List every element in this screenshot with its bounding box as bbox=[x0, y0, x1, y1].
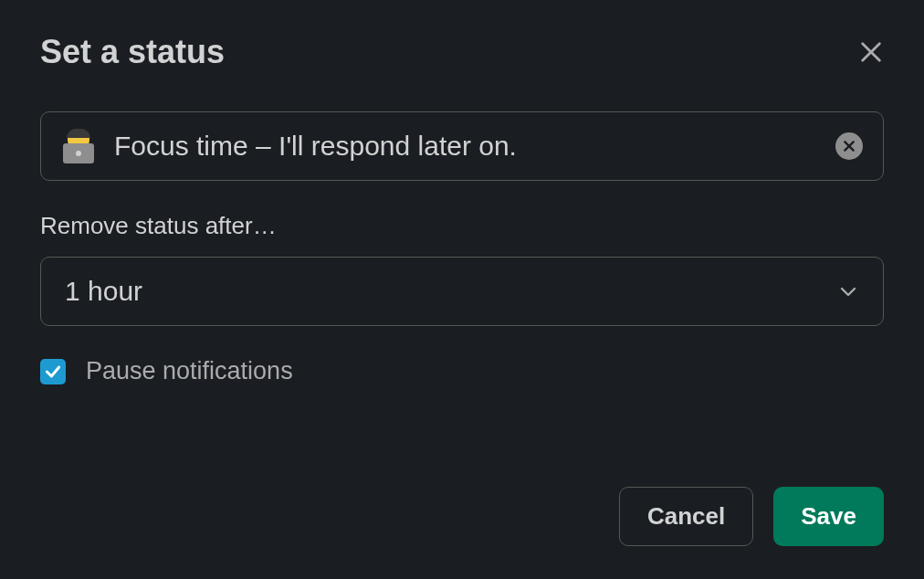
chevron-down-icon bbox=[837, 280, 859, 302]
cancel-button[interactable]: Cancel bbox=[619, 487, 753, 546]
remove-after-value: 1 hour bbox=[65, 276, 142, 307]
status-input[interactable]: Focus time – I'll respond later on. bbox=[40, 111, 884, 181]
remove-after-select[interactable]: 1 hour bbox=[40, 257, 884, 326]
clear-status-icon[interactable] bbox=[835, 132, 863, 160]
technologist-emoji-icon[interactable] bbox=[61, 129, 96, 163]
save-button[interactable]: Save bbox=[773, 487, 884, 546]
status-text-field[interactable]: Focus time – I'll respond later on. bbox=[114, 131, 835, 162]
dialog-title: Set a status bbox=[40, 33, 225, 71]
pause-notifications-checkbox[interactable] bbox=[40, 359, 66, 384]
remove-after-label: Remove status after… bbox=[40, 212, 884, 240]
pause-notifications-row[interactable]: Pause notifications bbox=[40, 357, 884, 385]
close-icon[interactable] bbox=[858, 39, 884, 65]
pause-notifications-label: Pause notifications bbox=[86, 357, 293, 385]
